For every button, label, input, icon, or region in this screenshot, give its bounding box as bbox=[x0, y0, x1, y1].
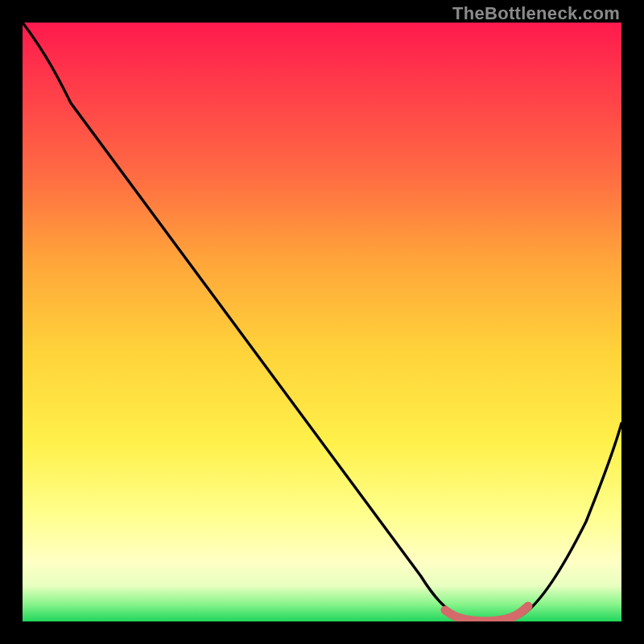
watermark-text: TheBottleneck.com bbox=[452, 3, 620, 24]
chart-stage: TheBottleneck.com bbox=[0, 0, 644, 644]
frame-left bbox=[0, 0, 23, 644]
chart-gradient-background bbox=[23, 23, 621, 621]
frame-bottom bbox=[0, 621, 644, 644]
frame-right bbox=[621, 0, 644, 644]
